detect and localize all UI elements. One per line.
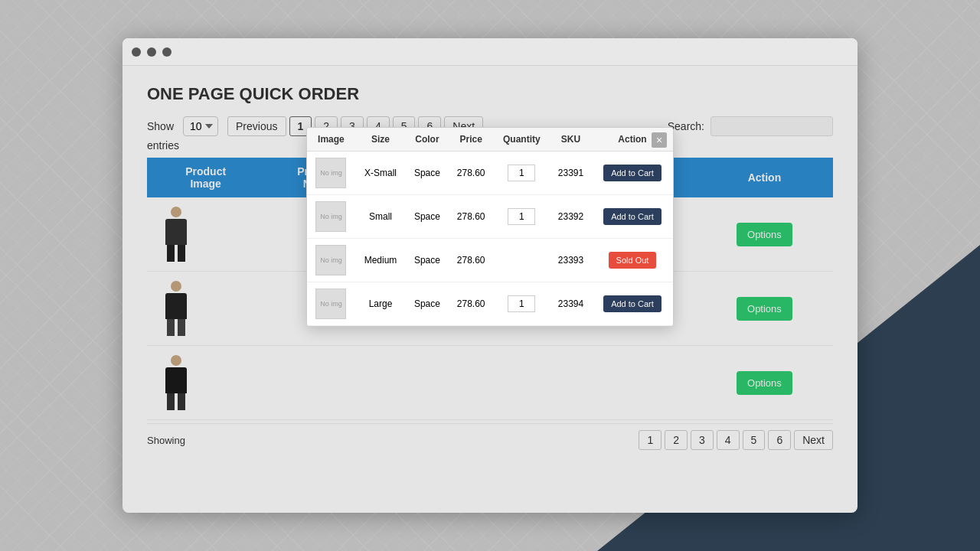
- modal-col-sku: SKU: [550, 128, 592, 152]
- modal-qty-input-2[interactable]: [508, 208, 535, 225]
- modal-thumb: No img: [315, 245, 346, 276]
- modal-size: X-Small: [355, 152, 406, 195]
- modal-col-quantity: Quantity: [494, 128, 550, 152]
- modal-price: 278.60: [449, 195, 494, 239]
- modal-row: No img Large Space 278.60 23394 Add to C…: [307, 282, 673, 326]
- modal-qty-input-1[interactable]: [508, 165, 535, 181]
- modal-sku: 23391: [550, 152, 592, 195]
- modal-size: Medium: [355, 239, 406, 282]
- dot-1: [132, 47, 141, 57]
- modal-price: 278.60: [449, 152, 494, 195]
- modal-thumb: No img: [315, 158, 346, 188]
- modal-thumb: No img: [315, 201, 346, 232]
- main-window: ONE PAGE QUICK ORDER Show 10 5 25 50 Pre…: [122, 38, 858, 513]
- modal-col-price: Price: [449, 128, 494, 152]
- modal-dialog: × Image Size Color Price Quantity SKU Ac…: [306, 127, 674, 327]
- modal-overlay: × Image Size Color Price Quantity SKU Ac…: [122, 66, 858, 513]
- add-to-cart-button-4[interactable]: Add to Cart: [603, 295, 662, 312]
- window-content: ONE PAGE QUICK ORDER Show 10 5 25 50 Pre…: [122, 66, 858, 513]
- dot-3: [162, 47, 172, 57]
- titlebar: [122, 38, 858, 66]
- modal-sku: 23393: [550, 239, 592, 282]
- modal-sku: 23394: [550, 282, 592, 326]
- modal-color: Space: [406, 195, 449, 239]
- add-to-cart-button-2[interactable]: Add to Cart: [603, 208, 662, 225]
- dot-2: [147, 47, 156, 57]
- modal-close-button[interactable]: ×: [652, 132, 667, 148]
- modal-col-color: Color: [406, 128, 449, 152]
- modal-table: Image Size Color Price Quantity SKU Acti…: [307, 128, 673, 326]
- modal-color: Space: [406, 239, 449, 282]
- modal-color: Space: [406, 282, 449, 326]
- modal-size: Small: [355, 195, 406, 239]
- add-to-cart-button-1[interactable]: Add to Cart: [603, 165, 662, 181]
- modal-col-image: Image: [307, 128, 355, 152]
- modal-row: No img Medium Space 278.60 23393 Sold Ou…: [307, 239, 673, 282]
- modal-size: Large: [355, 282, 406, 326]
- modal-sku: 23392: [550, 195, 592, 239]
- modal-row: No img X-Small Space 278.60 23391 Add to…: [307, 152, 673, 195]
- modal-col-size: Size: [355, 128, 406, 152]
- sold-out-button[interactable]: Sold Out: [609, 252, 657, 269]
- modal-color: Space: [406, 152, 449, 195]
- modal-price: 278.60: [449, 282, 494, 326]
- modal-price: 278.60: [449, 239, 494, 282]
- modal-qty-input-4[interactable]: [508, 295, 535, 312]
- modal-row: No img Small Space 278.60 23392 Add to C…: [307, 195, 673, 239]
- modal-thumb: No img: [315, 289, 346, 319]
